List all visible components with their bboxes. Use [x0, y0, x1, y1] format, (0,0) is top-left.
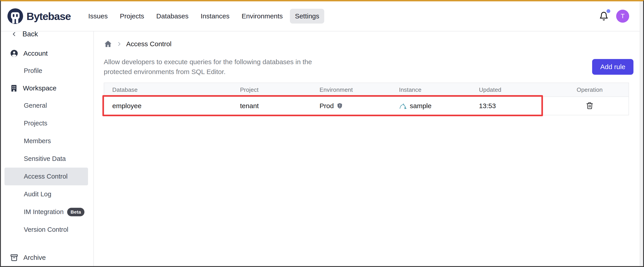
sidebar-item-general[interactable]: General — [4, 97, 88, 114]
cell-instance: sample — [391, 97, 471, 115]
shield-exclamation-icon — [336, 103, 343, 109]
breadcrumb-current: Access Control — [126, 40, 172, 48]
col-instance: Instance — [391, 83, 471, 97]
table-header-row: Database Project Environment Instance Up… — [104, 83, 629, 97]
nav-item-instances[interactable]: Instances — [196, 9, 234, 23]
section-title: Workspace — [23, 84, 56, 92]
cell-operation — [551, 97, 629, 115]
sidebar-section-workspace: Workspace — [1, 80, 94, 97]
bytebase-app-window: Bytebase Issues Projects Databases Insta… — [0, 0, 644, 267]
main-nav: Issues Projects Databases Instances Envi… — [83, 9, 324, 23]
delete-rule-button[interactable] — [585, 101, 594, 111]
col-project: Project — [232, 83, 312, 97]
sidebar-item-im-integration[interactable]: IM Integration Beta — [4, 203, 88, 221]
sidebar-section-account: Account — [1, 45, 94, 62]
access-rules-table-wrap: Database Project Environment Instance Up… — [104, 83, 629, 115]
home-icon — [104, 40, 112, 48]
sidebar-item-projects[interactable]: Projects — [4, 114, 88, 132]
sidebar-item-archive[interactable]: Archive — [1, 249, 94, 266]
sidebar-item-sensitive-data[interactable]: Sensitive Data — [4, 150, 88, 168]
bytebase-mascot-icon — [7, 8, 24, 25]
nav-item-projects[interactable]: Projects — [115, 9, 149, 23]
bytebase-logo[interactable]: Bytebase — [7, 8, 71, 25]
sidebar-back-button[interactable]: Back — [1, 31, 94, 42]
access-control-page: Access Control Allow developers to execu… — [94, 31, 643, 266]
breadcrumb-home-button[interactable] — [104, 40, 112, 48]
trash-icon — [586, 102, 594, 110]
user-circle-icon — [10, 49, 18, 58]
nav-item-issues[interactable]: Issues — [83, 9, 113, 23]
cell-database: employee — [104, 97, 232, 115]
sidebar-item-members[interactable]: Members — [4, 132, 88, 150]
sidebar-item-version-control[interactable]: Version Control — [4, 221, 88, 239]
cell-project: tenant — [232, 97, 312, 115]
cell-updated: 13:53 — [471, 97, 551, 115]
notification-dot — [606, 9, 610, 13]
nav-item-databases[interactable]: Databases — [151, 9, 193, 23]
nav-item-environments[interactable]: Environments — [237, 9, 288, 23]
col-database: Database — [104, 83, 232, 97]
col-operation: Operation — [551, 83, 629, 97]
sidebar-item-profile[interactable]: Profile — [4, 62, 88, 80]
building-icon — [10, 84, 18, 92]
header-right-controls: T — [599, 10, 633, 23]
chevron-right-icon — [116, 41, 122, 47]
table-row: employee tenant Prod — [104, 97, 629, 115]
breadcrumb: Access Control — [104, 39, 634, 49]
avatar-initial: T — [621, 12, 624, 20]
sidebar-item-access-control[interactable]: Access Control — [4, 168, 88, 185]
content-area: Back Account Profile — [1, 31, 643, 266]
col-updated: Updated — [471, 83, 551, 97]
add-rule-button[interactable]: Add rule — [592, 59, 634, 75]
archive-label: Archive — [23, 254, 46, 262]
top-navigation-bar: Bytebase Issues Projects Databases Insta… — [1, 1, 643, 31]
back-label: Back — [22, 31, 38, 38]
vertical-scrollbar[interactable] — [640, 1, 643, 266]
user-avatar[interactable]: T — [616, 10, 629, 23]
notification-bell-button[interactable] — [599, 11, 608, 21]
settings-sidebar: Back Account Profile — [1, 31, 94, 266]
access-rules-table: Database Project Environment Instance Up… — [104, 83, 629, 115]
page-description: Allow developers to execute queries for … — [104, 57, 342, 77]
col-environment: Environment — [312, 83, 391, 97]
archive-icon — [10, 253, 18, 262]
section-title: Account — [23, 50, 48, 57]
nav-item-settings[interactable]: Settings — [290, 9, 324, 23]
cell-environment: Prod — [312, 97, 391, 115]
mysql-dolphin-icon — [399, 102, 407, 110]
chevron-left-icon — [11, 31, 17, 37]
brand-wordmark: Bytebase — [26, 10, 71, 22]
page-intro-row: Allow developers to execute queries for … — [104, 57, 634, 77]
beta-badge: Beta — [67, 208, 84, 216]
sidebar-item-audit-log[interactable]: Audit Log — [4, 185, 88, 203]
